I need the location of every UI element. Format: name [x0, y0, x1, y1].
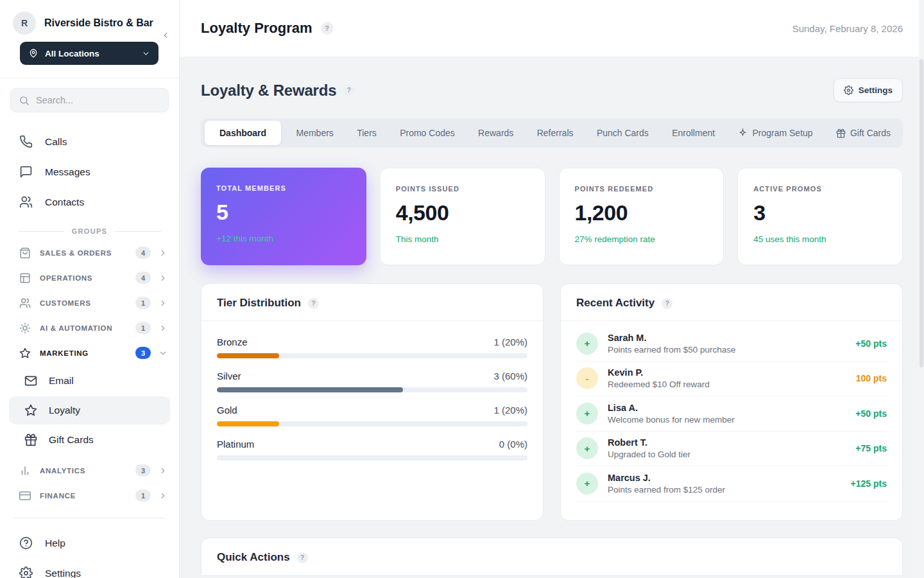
search-icon [19, 95, 30, 106]
tab-rewards[interactable]: Rewards [470, 121, 522, 145]
sidebar-groups-bottom: ANALYTICS3FINANCE1 [0, 458, 179, 508]
activity-text: Sarah M.Points earned from $50 purchase [608, 333, 736, 355]
tab-members[interactable]: Members [287, 121, 341, 145]
section-heading-row: Loyalty & Rewards ? Settings [201, 78, 903, 102]
stat-subtext: +12 this month [216, 234, 351, 243]
tier-row-header: Gold1 (20%) [217, 405, 527, 416]
location-selector[interactable]: All Locations [20, 42, 158, 65]
sidebar-collapse-button[interactable] [161, 31, 170, 40]
tab-label: Dashboard [219, 128, 266, 138]
tab-tiers[interactable]: Tiers [348, 121, 385, 145]
sidebar-item-contacts[interactable]: Contacts [0, 187, 179, 217]
stat-value: 1,200 [575, 201, 708, 225]
stat-label: ACTIVE PROMOS [753, 185, 887, 193]
sidebar-group-finance[interactable]: FINANCE1 [0, 483, 179, 508]
tab-promo-codes[interactable]: Promo Codes [391, 121, 463, 145]
sidebar-item-settings[interactable]: Settings [0, 558, 179, 578]
page-title-help-button[interactable]: ? [321, 22, 334, 35]
top-header: Loyalty Program ? Sunday, February 8, 20… [180, 0, 924, 57]
search-input[interactable] [36, 95, 160, 105]
activity-points: +75 pts [855, 443, 887, 453]
stat-label: TOTAL MEMBERS [216, 184, 351, 192]
stat-label: POINTS ISSUED [396, 185, 529, 193]
stat-subtext: 45 uses this month [753, 234, 887, 244]
sidebar-group-label: FINANCE [40, 492, 76, 500]
tier-row-silver: Silver3 (60%) [217, 371, 527, 392]
org-avatar: R [13, 12, 36, 35]
tier-distribution-panel: Tier Distribution ? Bronze1 (20%)Silver3… [201, 283, 543, 521]
sidebar-item-gift-cards[interactable]: Gift Cards [9, 426, 170, 454]
sidebar-group-ai-automation[interactable]: AI & AUTOMATION1 [0, 315, 179, 340]
count-badge: 3 [135, 464, 151, 477]
loyalty-settings-button[interactable]: Settings [834, 78, 903, 102]
section-heading-help-button[interactable]: ? [343, 85, 354, 96]
tab-gift-cards[interactable]: Gift Cards [828, 121, 899, 145]
tab-label: Enrollment [672, 128, 715, 138]
tier-row-header: Bronze1 (20%) [217, 337, 527, 347]
current-date: Sunday, February 8, 2026 [792, 23, 903, 34]
stat-subtext: 27% redemption rate [575, 234, 708, 244]
sidebar-main-nav: CallsMessagesContacts [0, 127, 179, 217]
recent-activity-help-button[interactable]: ? [662, 298, 672, 309]
sidebar-item-label: Settings [45, 568, 81, 578]
sidebar-divider [13, 518, 166, 518]
sidebar-item-messages[interactable]: Messages [0, 157, 179, 187]
quick-actions-title: Quick Actions [217, 551, 290, 564]
sidebar-item-calls[interactable]: Calls [0, 127, 179, 157]
loyalty-tab-bar: DashboardMembersTiersPromo CodesRewardsR… [201, 118, 903, 148]
sidebar-footer-nav: HelpSettings [0, 528, 179, 578]
tier-name: Platinum [217, 439, 254, 450]
tab-referrals[interactable]: Referrals [529, 121, 582, 145]
points-earned-icon: + [576, 437, 598, 459]
activity-row-marcus-j: +Marcus J.Points earned from $125 order+… [576, 466, 887, 502]
tier-progress-track [217, 387, 527, 392]
activity-points: +50 pts [855, 408, 887, 419]
sidebar-item-loyalty[interactable]: Loyalty [9, 396, 170, 425]
chart-icon [19, 465, 31, 477]
sidebar-item-label: Help [45, 538, 65, 549]
sidebar-group-marketing[interactable]: MARKETING3 [0, 340, 179, 365]
tab-dashboard[interactable]: Dashboard [205, 121, 281, 145]
tab-enrollment[interactable]: Enrollment [663, 121, 723, 145]
main-area: Loyalty Program ? Sunday, February 8, 20… [180, 0, 924, 578]
bag-icon [19, 247, 31, 259]
activity-description: Redeemed $10 Off reward [608, 380, 710, 389]
recent-activity-panel: Recent Activity ? +Sarah M.Points earned… [560, 283, 903, 521]
tab-punch-cards[interactable]: Punch Cards [588, 121, 657, 145]
stat-card-active-promos: ACTIVE PROMOS345 uses this month [737, 168, 903, 265]
sidebar-divider [0, 78, 179, 78]
content-area: Loyalty & Rewards ? Settings DashboardMe… [180, 57, 924, 578]
sidebar-item-email[interactable]: Email [9, 367, 170, 395]
tier-name: Bronze [217, 337, 248, 347]
layout-icon [19, 272, 31, 284]
quick-actions-help-button[interactable]: ? [297, 552, 308, 563]
tab-label: Rewards [478, 128, 513, 138]
count-badge: 1 [135, 322, 151, 334]
tier-distribution-help-button[interactable]: ? [308, 298, 319, 309]
points-earned-icon: + [576, 403, 598, 425]
sidebar-group-operations[interactable]: OPERATIONS4 [0, 265, 179, 290]
org-header: R Riverside Bistro & Bar [0, 0, 179, 35]
gift-icon [836, 128, 846, 138]
sidebar-group-sales-orders[interactable]: SALES & ORDERS4 [0, 240, 179, 265]
sidebar-group-label: CUSTOMERS [40, 299, 91, 307]
sidebar-group-customers[interactable]: CUSTOMERS1 [0, 290, 179, 315]
tier-progress-fill [217, 421, 279, 426]
activity-row-sarah-m: +Sarah M.Points earned from $50 purchase… [576, 326, 887, 362]
stat-value: 3 [753, 201, 887, 225]
chat-icon [19, 165, 33, 179]
chevron-down-icon [142, 49, 150, 58]
search-box [10, 88, 169, 112]
tier-value: 3 (60%) [493, 371, 527, 381]
tier-name: Gold [217, 405, 237, 416]
tab-label: Tiers [357, 128, 377, 138]
sidebar-group-analytics[interactable]: ANALYTICS3 [0, 458, 179, 483]
sidebar-item-label: Gift Cards [49, 434, 94, 446]
tab-program-setup[interactable]: Program Setup [730, 121, 821, 145]
chevron-right-icon [151, 491, 167, 500]
phone-icon [19, 135, 33, 148]
scrollbar-thumb[interactable] [920, 59, 923, 367]
recent-activity-header: Recent Activity ? [561, 284, 902, 321]
sidebar-item-help[interactable]: Help [0, 528, 179, 558]
scrollbar-track [919, 0, 924, 578]
